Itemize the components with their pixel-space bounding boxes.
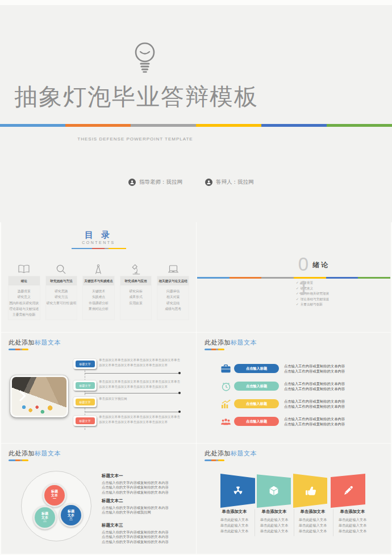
flag-yellow <box>293 474 327 508</box>
input-title-button: 点击输入标题 <box>234 399 279 408</box>
input-title-button: 点击输入标题 <box>234 417 279 426</box>
slide-cover: 抽象灯泡毕业答辩模板 THESIS DEFENSE POWERPOINT TEM… <box>0 6 392 222</box>
slide-toc: 目 录 CONTENTS 绪论 选题背景 研究意义 国内外相关研究现状 理论基础… <box>2 223 195 332</box>
slide-title: 此处添加标题文本 <box>205 338 257 347</box>
toc-panel: 研究成果与应用 研究目标 成果形式 应用前景 <box>120 276 152 320</box>
section-number-bottom: 1 <box>297 278 310 297</box>
title-underline <box>9 459 28 461</box>
flag-red <box>331 474 365 508</box>
toc-header: 研究思路与方法 <box>46 276 77 285</box>
teacher-icon <box>128 179 136 186</box>
toc-columns: 绪论 选题背景 研究意义 国内外相关研究现状 理论基础与文献综述 主要贡献与创新… <box>9 262 189 320</box>
toc-item: 理论基础与文献综述 <box>9 306 40 312</box>
toc-item: 案例对比分析 <box>83 306 114 312</box>
toc-item: 研究总结 <box>157 300 189 306</box>
separator-dot <box>178 411 181 413</box>
timeline-text: 单击添加文本单击添加文本单击添加文本单击添加文本单击添加文本单击添加文本单击添加… <box>99 379 183 389</box>
radiation-icon <box>232 484 244 497</box>
input-title-button: 点击输入标题 <box>234 364 279 373</box>
toc-panel: 关键技术与实践难点 关键技术 实践难点 市场调研分析 案例对比分析 <box>83 276 114 320</box>
toc-item: 应用前景 <box>120 300 152 306</box>
slide-circle-diagram: 此处添加标题文本 标题文本一 标题文本二 标题文本三 标题文本一 点击输入你的文… <box>2 444 195 553</box>
section-title: 绪论 <box>312 260 330 270</box>
clock-icon <box>220 381 231 392</box>
advisor-info: 指导老师：我拉网 <box>128 178 182 186</box>
cover-subtitle: THESIS DEFENSE POWERPOINT TEMPLATE <box>73 136 198 142</box>
row-text: 点击输入工作内容或复制你的文本内容点击输入工作内容或复制你的文本内容 <box>284 416 375 426</box>
row-text: 点击输入工作内容或复制你的文本内容点击输入工作内容或复制你的文本内容 <box>284 363 375 374</box>
toc-item: 市场调研分析 <box>83 300 114 306</box>
pencil-icon <box>342 484 355 497</box>
defender-info: 答辩人：我拉网 <box>205 178 254 186</box>
toc-panel: 绪论 选题背景 研究意义 国内外相关研究现状 理论基础与文献综述 主要贡献与创新 <box>9 276 40 320</box>
separator-dot <box>178 372 181 374</box>
slide-timeline: 此处添加标题文本 标题文字 标题文字 标题文字 标题文字 单击添加文本单击添加文… <box>2 333 195 442</box>
title-underline <box>205 459 224 461</box>
toc-panel: 相关建议与论文总结 问题评估 相关对策 研究总结 成绩与思考 <box>157 276 189 320</box>
toc-item: 研究思路 <box>46 288 77 294</box>
toc-item: 成果形式 <box>120 294 152 300</box>
check-icon: ✓ <box>296 302 299 308</box>
cube-icon <box>268 484 280 497</box>
title-underline <box>205 349 224 350</box>
toc-header: 研究成果与应用 <box>120 276 152 285</box>
section-number-top: 0 <box>297 255 310 274</box>
bubble-1: 标题文本一 <box>43 483 66 507</box>
slide-section-01: 0 1 绪论 ✓选题背景 ✓研究意义 ✓国内外相关研究现状 ✓理论基础与文献综述… <box>197 223 390 332</box>
microscope-icon <box>120 262 152 276</box>
toc-column-3: 关键技术与实践难点 关键技术 实践难点 市场调研分析 案例对比分析 <box>83 262 114 320</box>
briefcase-icon <box>220 363 231 374</box>
slide-title: 此处添加标题文本 <box>9 449 61 458</box>
bubble-2: 标题文本二 <box>33 506 57 529</box>
toc-item: 主要贡献与创新 <box>9 312 40 317</box>
toc-header: 关键技术与实践难点 <box>83 276 114 285</box>
defender-label: 答辩人：我拉网 <box>216 179 254 186</box>
toc-header: 相关建议与论文总结 <box>157 276 189 285</box>
toc-item: 选题背景 <box>9 288 40 294</box>
thumbsup-icon <box>304 484 317 498</box>
flag-text-column: 单击添加文本 单击此处输入文本 单击此处输入文本 单击此处输入文本 <box>215 509 253 534</box>
toc-item: 研究方法 <box>46 294 77 300</box>
text-block-3: 标题文本三 点击输入你的文字内容或复制你的文本内容 点击输入你的文字内容或复制你… <box>102 523 190 545</box>
toc-item: 相关对策 <box>157 294 189 300</box>
separator-line <box>85 393 180 394</box>
toc-subtitle: CONTENTS <box>2 241 195 245</box>
checklist-item: ✓主要贡献与创新 <box>296 302 329 308</box>
bubble-3: 标题文本三 <box>59 503 83 527</box>
advisor-label: 指导老师：我拉网 <box>139 179 182 186</box>
flag-blue <box>220 474 255 508</box>
separator-dot <box>178 392 181 394</box>
toc-item: 实践难点 <box>83 294 114 300</box>
title-underline <box>9 349 28 350</box>
timeline-node-button: 标题文字 <box>73 380 97 391</box>
compass-icon <box>83 262 114 276</box>
toc-item: 成绩与思考 <box>157 306 189 312</box>
people-icon <box>220 416 231 427</box>
row-text: 点击输入工作内容或复制你的文本内容点击输入工作内容或复制你的文本内容 <box>284 399 375 409</box>
toc-title: 目 录 <box>2 230 195 241</box>
toc-column-5: 相关建议与论文总结 问题评估 相关对策 研究总结 成绩与思考 <box>157 262 189 320</box>
text-block-1: 标题文本一 点击输入你的文字内容或复制你的文本内容 点击输入你的文字内容或复制你… <box>102 473 190 495</box>
timeline-node-button: 标题文字 <box>73 397 97 407</box>
toc-column-1: 绪论 选题背景 研究意义 国内外相关研究现状 理论基础与文献综述 主要贡献与创新 <box>9 262 40 320</box>
timeline-node-button: 标题文字 <box>73 416 97 426</box>
toc-underline <box>72 248 126 249</box>
toc-column-4: 研究成果与应用 研究目标 成果形式 应用前景 <box>120 262 152 320</box>
separator-line <box>85 373 180 374</box>
toc-column-2: 研究思路与方法 研究思路 研究方法 研究方案可行性说明 <box>46 262 77 320</box>
toc-item: 国内外相关研究现状 <box>9 300 40 306</box>
input-title-button: 点击输入标题 <box>234 382 279 391</box>
toc-item: 研究方案可行性说明 <box>46 300 77 306</box>
timeline-text: 单击添加文本单击添加文本单击添加文本单击添加文本单击添加文本单击添加文本单击添加… <box>99 415 183 424</box>
cover-title: 抽象灯泡毕业答辩模板 <box>0 81 273 113</box>
toc-header: 绪论 <box>9 276 40 285</box>
flag-text-column: 单击添加文本 单击此处输入文本 单击此处输入文本 单击此处输入文本 <box>333 509 372 534</box>
toc-item: 研究意义 <box>9 294 40 300</box>
toc-item: 研究目标 <box>120 288 152 294</box>
timeline-node-button: 标题文字 <box>73 359 97 369</box>
chevron-right-icon <box>15 390 26 401</box>
chart-icon <box>220 399 231 409</box>
color-stripe <box>0 124 392 127</box>
slide-flags: 此处添加标题文本 <box>197 444 390 553</box>
toc-item: 关键技术 <box>83 288 114 294</box>
